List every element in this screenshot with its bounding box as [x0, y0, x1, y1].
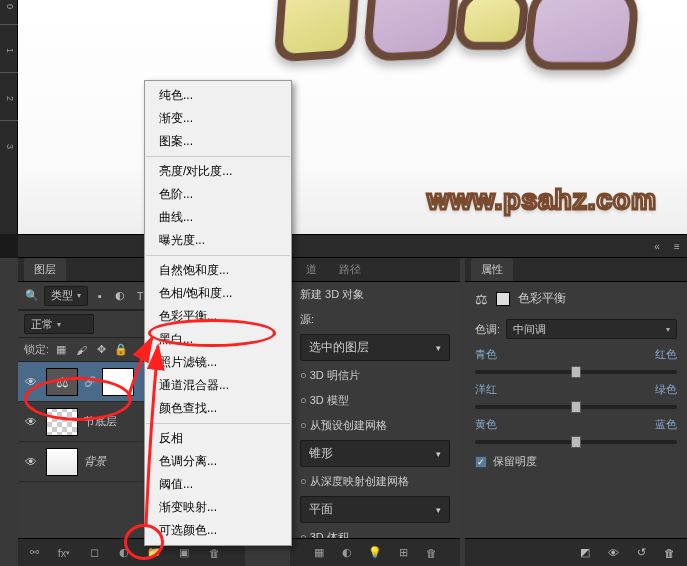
reset-icon[interactable]: ↺ — [633, 545, 649, 561]
trash-icon[interactable]: 🗑 — [661, 545, 677, 561]
menu-item[interactable]: 颜色查找... — [145, 397, 291, 420]
visibility-toggle-icon[interactable]: 👁 — [22, 453, 40, 471]
radio-preset[interactable]: ○ 从预设创建网格 — [290, 413, 460, 438]
folder-icon[interactable]: 📁 — [146, 545, 162, 561]
filter-pixel-icon[interactable]: ▪ — [92, 288, 108, 304]
tab-paths[interactable]: 路径 — [329, 258, 371, 281]
source-label: 源: — [300, 313, 314, 325]
vertical-ruler: 0 1 2 3 — [0, 0, 18, 234]
tab-channels[interactable]: 道 — [296, 258, 327, 281]
lock-transparent-icon[interactable]: ▦ — [53, 342, 69, 358]
filter-adj-icon[interactable]: ◐ — [112, 288, 128, 304]
blend-mode-select[interactable]: 正常▾ — [24, 314, 94, 334]
clip-icon[interactable]: ◩ — [577, 545, 593, 561]
depth-select[interactable]: 平面▾ — [300, 496, 450, 523]
layer-thumb[interactable] — [46, 408, 78, 436]
layer-name[interactable]: 节底层 — [84, 414, 117, 429]
menu-item[interactable]: 可选颜色... — [145, 519, 291, 542]
menu-item[interactable]: 通道混合器... — [145, 374, 291, 397]
trash-icon[interactable]: 🗑 — [206, 545, 222, 561]
tone-label: 色调: — [475, 322, 500, 337]
document-canvas[interactable]: www.psahz.com — [18, 0, 687, 234]
preserve-luminosity-checkbox[interactable]: ✓保留明度 — [465, 448, 687, 475]
menu-item[interactable]: 色彩平衡... — [145, 305, 291, 328]
properties-panel: 属性 ⚖ 色彩平衡 色调: 中间调▾ 青色红色 洋红绿色 黄色蓝色 ✓保留明度 … — [465, 258, 687, 566]
watermark-text: www.psahz.com — [427, 184, 657, 216]
slider-left-label: 黄色 — [475, 417, 497, 432]
mask-indicator-icon — [496, 292, 510, 306]
menu-icon[interactable]: ≡ — [667, 237, 687, 255]
properties-title: 色彩平衡 — [518, 290, 566, 307]
adjustment-context-menu: 纯色...渐变...图案...亮度/对比度...色阶...曲线...曝光度...… — [144, 80, 292, 546]
yellow-blue-slider[interactable] — [475, 440, 677, 444]
magenta-green-slider[interactable] — [475, 405, 677, 409]
menu-item[interactable]: 反相 — [145, 427, 291, 450]
menu-item[interactable]: 色调分离... — [145, 450, 291, 473]
menu-item[interactable]: 亮度/对比度... — [145, 160, 291, 183]
collapse-icon[interactable]: « — [647, 237, 667, 255]
menu-item[interactable]: 阈值... — [145, 473, 291, 496]
menu-item[interactable]: 色阶... — [145, 183, 291, 206]
filter-type-select[interactable]: 类型▾ — [44, 286, 88, 306]
new-layer-icon[interactable]: ▣ — [176, 545, 192, 561]
3d-icon-1[interactable]: ▦ — [311, 545, 327, 561]
menu-item[interactable]: 纯色... — [145, 84, 291, 107]
menu-item[interactable]: 色相/饱和度... — [145, 282, 291, 305]
view-prev-icon[interactable]: 👁 — [605, 545, 621, 561]
tab-layers[interactable]: 图层 — [24, 258, 66, 281]
radio-postcard[interactable]: ○ 3D 明信片 — [290, 363, 460, 388]
link-icon: 🔗 — [84, 376, 96, 387]
menu-item[interactable]: 黑白... — [145, 328, 291, 351]
adjustment-thumb[interactable]: ⚖ — [46, 368, 78, 396]
slider-left-label: 青色 — [475, 347, 497, 362]
layer-name[interactable]: 背景 — [84, 454, 106, 469]
cyan-red-slider[interactable] — [475, 370, 677, 374]
panel-tab-strip: « ≡ — [18, 234, 687, 258]
mask-thumb[interactable] — [102, 368, 134, 396]
lock-label: 锁定: — [24, 342, 49, 357]
new-3d-heading: 新建 3D 对象 — [290, 282, 460, 307]
preset-select[interactable]: 锥形▾ — [300, 440, 450, 467]
slider-right-label: 绿色 — [655, 382, 677, 397]
source-select[interactable]: 选中的图层▾ — [300, 334, 450, 361]
search-icon[interactable]: 🔍 — [24, 288, 40, 304]
balance-icon: ⚖ — [475, 291, 488, 307]
adjustment-layer-icon[interactable]: ◐ — [116, 545, 132, 561]
slider-left-label: 洋红 — [475, 382, 497, 397]
link-layers-icon[interactable]: ⚯ — [26, 545, 42, 561]
slider-right-label: 蓝色 — [655, 417, 677, 432]
3d-icon-2[interactable]: ◐ — [339, 545, 355, 561]
slider-right-label: 红色 — [655, 347, 677, 362]
trash-icon[interactable]: 🗑 — [423, 545, 439, 561]
visibility-toggle-icon[interactable]: 👁 — [22, 373, 40, 391]
3d-icon-4[interactable]: ⊞ — [395, 545, 411, 561]
lock-brush-icon[interactable]: 🖌 — [73, 342, 89, 358]
radio-depth[interactable]: ○ 从深度映射创建网格 — [290, 469, 460, 494]
menu-item[interactable]: 渐变... — [145, 107, 291, 130]
menu-item[interactable]: 渐变映射... — [145, 496, 291, 519]
fx-icon[interactable]: fx▾ — [56, 545, 72, 561]
menu-item[interactable]: 照片滤镜... — [145, 351, 291, 374]
menu-item[interactable]: 图案... — [145, 130, 291, 153]
layer-thumb[interactable] — [46, 448, 78, 476]
menu-item[interactable]: 曝光度... — [145, 229, 291, 252]
visibility-toggle-icon[interactable]: 👁 — [22, 413, 40, 431]
menu-item[interactable]: 自然饱和度... — [145, 259, 291, 282]
mask-icon[interactable]: ◻ — [86, 545, 102, 561]
3d-icon-3[interactable]: 💡 — [367, 545, 383, 561]
tab-properties[interactable]: 属性 — [471, 258, 513, 281]
3d-panel: 道 路径 新建 3D 对象 源: 选中的图层▾ ○ 3D 明信片 ○ 3D 模型… — [290, 258, 460, 566]
radio-model[interactable]: ○ 3D 模型 — [290, 388, 460, 413]
menu-item[interactable]: 曲线... — [145, 206, 291, 229]
tone-select[interactable]: 中间调▾ — [506, 319, 677, 339]
lock-move-icon[interactable]: ✥ — [93, 342, 109, 358]
lock-all-icon[interactable]: 🔒 — [113, 342, 129, 358]
